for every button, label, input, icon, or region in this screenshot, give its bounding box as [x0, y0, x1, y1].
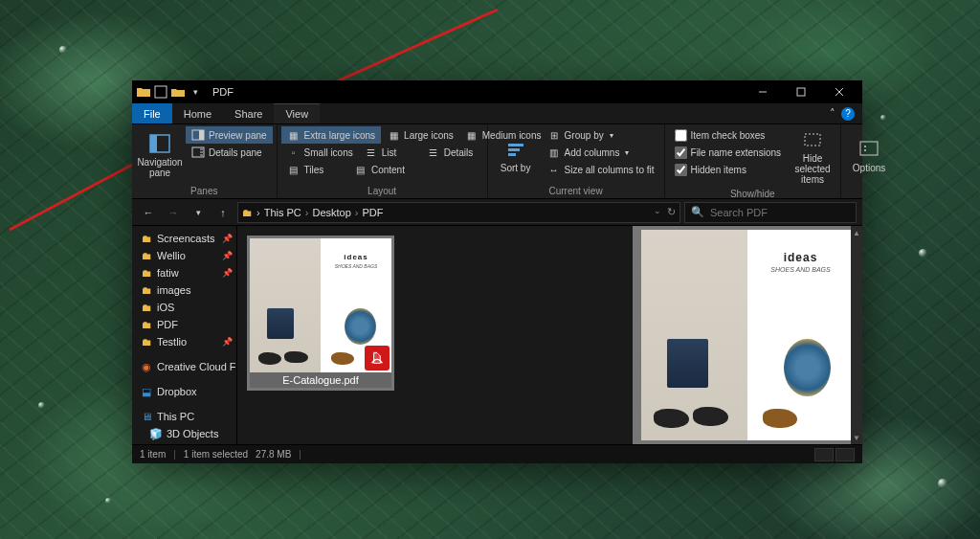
item-checkboxes-toggle[interactable]: Item check boxes — [669, 126, 788, 144]
tree-item[interactable]: 🖿images — [132, 281, 236, 299]
crumb-pdf[interactable]: PDF — [363, 207, 384, 218]
group-by-button[interactable]: ⊞Group by▾ — [542, 126, 660, 144]
tab-file[interactable]: File — [132, 103, 172, 124]
content-icon: ▤ — [354, 163, 368, 176]
grid-icon: ▦ — [287, 128, 301, 142]
tree-item[interactable]: 🖿Wellio📌 — [132, 247, 236, 264]
refresh-icon[interactable]: ↻ — [667, 206, 676, 218]
preview-pane-button[interactable]: Preview pane — [186, 126, 273, 144]
cloud-icon: ◉ — [140, 360, 153, 373]
explorer-window: ▾ PDF File Home Share View ˄ ? Navigatio… — [132, 80, 862, 463]
grid-icon: ▦ — [465, 128, 479, 142]
tree-this-pc[interactable]: 🖥This PC — [132, 408, 236, 425]
list-icon: ☰ — [365, 146, 378, 159]
tree-dropbox[interactable]: ⬓Dropbox — [132, 383, 236, 400]
layout-list[interactable]: ☰List — [359, 144, 421, 161]
svg-rect-16 — [860, 142, 878, 155]
file-extensions-toggle[interactable]: File name extensions — [669, 144, 788, 161]
close-button[interactable] — [820, 80, 858, 103]
ribbon-tabs: File Home Share View ˄ ? — [132, 103, 862, 124]
help-icon[interactable]: ? — [841, 107, 855, 121]
file-thumbnail: ideas SHOES AND BAGS — [250, 238, 391, 372]
svg-point-18 — [864, 149, 866, 151]
grid-icon: ▫ — [287, 146, 301, 159]
grid-icon: ▦ — [387, 128, 400, 142]
history-dropdown-icon[interactable]: ⌄ — [654, 206, 661, 218]
layout-content[interactable]: ▤Content — [348, 161, 415, 178]
title-bar[interactable]: ▾ PDF — [132, 80, 862, 103]
chevron-right-icon[interactable]: › — [256, 207, 260, 218]
navigation-pane-label: Navigation pane — [137, 157, 182, 178]
layout-large[interactable]: ▦Large icons — [381, 126, 459, 144]
tab-view[interactable]: View — [274, 103, 320, 124]
layout-small[interactable]: ▫Small icons — [281, 144, 359, 161]
svg-rect-8 — [150, 135, 157, 152]
group-icon: ⊞ — [547, 128, 561, 142]
details-view-button[interactable] — [814, 448, 834, 461]
status-bar: 1 item | 1 item selected 27.8 MB | — [132, 444, 862, 463]
hide-icon — [801, 128, 824, 151]
tiles-icon: ▤ — [287, 163, 301, 176]
tree-item[interactable]: 🖿Screencasts📌 — [132, 230, 236, 247]
details-pane-button[interactable]: Details pane — [186, 144, 273, 161]
file-item[interactable]: ideas SHOES AND BAGS E — [247, 236, 394, 391]
up-button[interactable]: ↑ — [212, 202, 234, 223]
back-button[interactable]: ← — [138, 202, 159, 223]
scroll-down-icon[interactable]: ▼ — [851, 431, 862, 444]
scroll-up-icon[interactable]: ▲ — [851, 226, 862, 239]
tree-item[interactable]: 🧊3D Objects — [132, 425, 236, 442]
add-columns-button[interactable]: ▥Add columns▾ — [542, 144, 660, 161]
pc-icon: 🖥 — [140, 410, 153, 423]
preview-pane-icon — [191, 128, 205, 142]
tree-item[interactable]: 🖿iOS — [132, 299, 236, 316]
sort-by-button[interactable]: Sort by — [492, 126, 540, 184]
hide-selected-button[interactable]: Hide selected items — [789, 126, 836, 187]
window-title: PDF — [212, 86, 234, 98]
search-box[interactable]: 🔍 — [684, 202, 857, 223]
options-button[interactable]: Options — [845, 126, 893, 184]
forward-button[interactable]: → — [163, 202, 184, 223]
layout-extra-large[interactable]: ▦Extra large icons — [281, 126, 381, 144]
preview-scrollbar[interactable]: ▲ ▼ — [851, 226, 862, 444]
group-show-hide: Item check boxes File name extensions Hi… — [665, 124, 842, 198]
tree-item[interactable]: 🖿fatiw📌 — [132, 264, 236, 281]
properties-icon[interactable] — [153, 84, 168, 100]
details-icon: ☰ — [427, 146, 440, 159]
file-name: E-Catalogue.pdf — [250, 372, 391, 388]
status-selected: 1 item selected — [184, 449, 248, 460]
file-list[interactable]: ideas SHOES AND BAGS E — [237, 226, 633, 444]
navigation-tree[interactable]: 🖿Screencasts📌🖿Wellio📌🖿fatiw📌🖿images🖿iOS🖿… — [132, 226, 237, 444]
size-columns-button[interactable]: ↔Size all columns to fit — [542, 161, 660, 178]
collapse-ribbon-icon[interactable]: ˄ — [830, 107, 835, 120]
folder-icon: 🖿 — [140, 318, 153, 331]
tree-creative-cloud[interactable]: ◉Creative Cloud Files — [132, 358, 236, 375]
ribbon: Navigation pane Preview pane Details pan… — [132, 124, 862, 199]
group-current-view-label: Current view — [492, 184, 660, 198]
new-folder-icon[interactable] — [170, 84, 186, 100]
folder-icon: 🖿 — [140, 335, 153, 348]
folder-icon: 🖿 — [140, 249, 153, 262]
dropbox-icon: ⬓ — [140, 385, 153, 398]
tree-item[interactable]: 🖿Testlio📌 — [132, 333, 236, 350]
layout-details[interactable]: ☰Details — [421, 144, 483, 161]
pin-icon: 📌 — [222, 234, 233, 243]
status-size: 27.8 MB — [256, 449, 291, 460]
crumb-desktop[interactable]: Desktop› — [312, 207, 358, 218]
folder-icon: 🖿 — [140, 266, 153, 280]
qat-dropdown-icon[interactable]: ▾ — [188, 84, 203, 100]
tab-share[interactable]: Share — [223, 103, 274, 124]
recent-locations-button[interactable]: ▾ — [188, 202, 209, 223]
hidden-items-toggle[interactable]: Hidden items — [669, 161, 788, 178]
search-input[interactable] — [710, 207, 850, 218]
minimize-button[interactable] — [744, 80, 782, 103]
options-icon — [858, 138, 880, 161]
crumb-this-pc[interactable]: This PC› — [264, 207, 309, 218]
tree-item[interactable]: 🖿PDF — [132, 316, 236, 333]
breadcrumb[interactable]: 🖿 › This PC› Desktop› PDF ⌄ ↻ — [237, 202, 680, 223]
group-layout-label: Layout — [281, 184, 483, 198]
tab-home[interactable]: Home — [172, 103, 223, 124]
thumbnails-view-button[interactable] — [835, 448, 855, 461]
maximize-button[interactable] — [782, 80, 820, 103]
layout-tiles[interactable]: ▤Tiles — [281, 161, 348, 178]
navigation-pane-button[interactable]: Navigation pane — [136, 126, 184, 184]
